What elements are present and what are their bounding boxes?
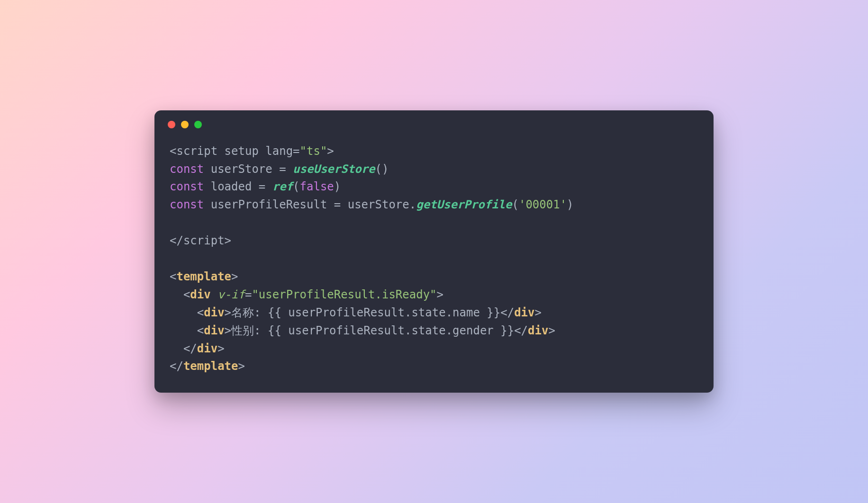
maximize-icon[interactable] [194, 121, 202, 128]
close-icon[interactable] [168, 121, 175, 128]
code-line-10: <div>名称: {{ userProfileResult.state.name… [170, 306, 542, 319]
code-window: <script setup lang="ts"> const userStore… [154, 110, 714, 393]
code-line-13: </template> [170, 359, 245, 373]
code-line-12: </div> [170, 342, 225, 355]
window-titlebar [154, 110, 714, 131]
code-line-3: const loaded = ref(false) [170, 180, 341, 193]
code-line-9: <div v-if="userProfileResult.isReady"> [170, 288, 443, 301]
minimize-icon[interactable] [181, 121, 189, 128]
code-line-6: </script> [170, 234, 231, 247]
code-line-11: <div>性别: {{ userProfileResult.state.gend… [170, 324, 555, 337]
code-line-4: const userProfileResult = userStore.getU… [170, 198, 574, 211]
code-line-8: <template> [170, 270, 238, 283]
code-line-1: <script setup lang="ts"> [170, 144, 334, 158]
code-content: <script setup lang="ts"> const userStore… [154, 131, 714, 393]
code-line-2: const userStore = useUserStore() [170, 162, 389, 176]
